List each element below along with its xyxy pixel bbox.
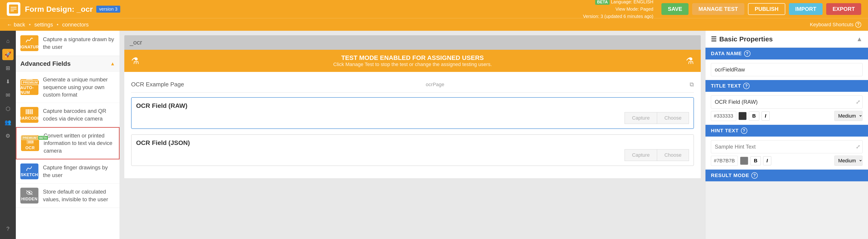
hint-color-value: #7B7B7B	[711, 156, 738, 166]
ocr-field-raw-title: OCR Field (RAW)	[136, 102, 689, 110]
autonum-field-desc: Generate a unique number sequence using …	[43, 76, 115, 98]
properties-panel: ☰ Basic Properties ▲ DATA NAME ? TITLE T…	[705, 31, 868, 239]
app-logo	[7, 2, 20, 16]
fields-panel: SIGNATURE Capture a signature drawn by t…	[16, 31, 120, 239]
autonum-field-item[interactable]: PREMIUM 1↓9 AUTO-NUM Generate a unique n…	[16, 72, 120, 103]
title-text-input[interactable]	[711, 95, 863, 109]
capture-choose-raw: Capture Choose	[136, 112, 689, 124]
hint-italic-btn[interactable]: I	[763, 156, 771, 165]
title-bold-btn[interactable]: B	[749, 112, 759, 121]
beta-badge: BETA	[595, 0, 610, 5]
svg-point-12	[26, 170, 27, 171]
flask-right-icon: ⚗	[686, 56, 694, 66]
hint-text-input-wrapper: ⤢	[711, 140, 863, 153]
top-header: Form Design: _ocr version 3 BETA Languag…	[0, 0, 868, 18]
data-name-input[interactable]	[711, 63, 863, 76]
header-actions: BETA Language: ENGLISH View Mode: Paged …	[583, 0, 861, 20]
main-layout: ⌂ 🚀 ⊞ ⬇ ✉ ⬡ 👥 ⚙ ? SIGNATURE Capture a si…	[0, 31, 868, 239]
data-name-section: DATA NAME ?	[706, 48, 868, 59]
barcode-field-item[interactable]: BARCODE Capture barcodes and QR codes vi…	[16, 103, 120, 127]
svg-rect-9	[32, 109, 33, 114]
sidebar-item-grid[interactable]: ⊞	[2, 62, 13, 74]
test-mode-title: TEST MODE ENABLED FOR ASSIGNED USERS	[139, 54, 686, 61]
sub-header: ← back • settings • connectors Keyboard …	[0, 18, 868, 31]
hint-text-help-icon[interactable]: ?	[741, 127, 747, 134]
save-button[interactable]: SAVE	[661, 3, 688, 15]
ocr-icon-box: PREMIUM BETA OCR OCR	[21, 135, 39, 151]
ocr-field-item[interactable]: PREMIUM BETA OCR OCR Convert written or …	[16, 127, 120, 159]
page-id: ocrPage	[426, 82, 444, 88]
ocr-field-raw-block: OCR Field (RAW) Capture Choose	[131, 97, 694, 129]
title-color-swatch[interactable]	[739, 112, 747, 120]
svg-rect-7	[30, 109, 31, 114]
version-badge: version 3	[96, 6, 120, 13]
props-title: ☰ Basic Properties	[711, 35, 773, 43]
test-mode-subtitle: Click Manage Test to stop the test or ch…	[139, 61, 686, 67]
page-header-row: OCR Example Page ocrPage ⧉	[131, 79, 694, 93]
title-color-value: #333333	[711, 111, 736, 121]
svg-text:OCR: OCR	[28, 141, 34, 143]
sidebar-item-rocket[interactable]: 🚀	[2, 49, 13, 60]
sidebar-item-network[interactable]: ⬡	[2, 103, 13, 114]
svg-rect-4	[27, 109, 27, 114]
hidden-field-desc: Store default or calculated values, invi…	[43, 188, 115, 203]
title-text-toolbar: #333333 B I Medium Small Large	[711, 111, 863, 121]
collapse-panel-icon[interactable]: ▲	[856, 35, 863, 43]
choose-button-json[interactable]: Choose	[657, 149, 689, 161]
signature-icon-box: SIGNATURE	[20, 35, 38, 51]
props-header: ☰ Basic Properties ▲	[706, 31, 868, 48]
form-title: _ocr	[130, 39, 142, 46]
canvas-area: _ocr ⚗ TEST MODE ENABLED FOR ASSIGNED US…	[120, 31, 705, 239]
publish-button[interactable]: PUBLISH	[748, 3, 785, 15]
barcode-field-desc: Capture barcodes and QR codes via device…	[43, 107, 115, 122]
title-italic-btn[interactable]: I	[762, 112, 770, 121]
section-toggle-icon[interactable]: ▲	[110, 61, 115, 67]
title-text-input-wrapper: ⤢	[711, 95, 863, 109]
sidebar-item-help[interactable]: ?	[2, 223, 13, 235]
hint-text-input[interactable]	[711, 140, 863, 153]
keyboard-shortcuts[interactable]: Keyboard Shortcuts ?	[810, 22, 861, 28]
data-name-content	[706, 59, 868, 80]
manage-test-button[interactable]: MANAGE TEST	[692, 3, 744, 15]
result-mode-section: RESULT MODE ?	[706, 170, 868, 181]
capture-button-raw[interactable]: Capture	[625, 112, 657, 124]
advanced-fields-section-header: Advanced Fields ▲	[16, 56, 120, 72]
icon-sidebar: ⌂ 🚀 ⊞ ⬇ ✉ ⬡ 👥 ⚙ ?	[0, 31, 16, 239]
copy-page-icon[interactable]: ⧉	[690, 81, 694, 88]
connectors-link[interactable]: connectors	[62, 22, 89, 28]
choose-button-raw[interactable]: Choose	[657, 112, 689, 124]
sidebar-item-home[interactable]: ⌂	[2, 35, 13, 47]
flask-left-icon: ⚗	[131, 56, 139, 66]
ocr-field-json-title: OCR Field (JSON)	[136, 139, 689, 147]
hint-bold-btn[interactable]: B	[750, 156, 761, 165]
back-link[interactable]: ← back	[7, 22, 25, 28]
sidebar-item-people[interactable]: 👥	[2, 117, 13, 128]
export-button[interactable]: EXPORT	[826, 3, 861, 15]
page-title: Form Design: _ocr	[25, 5, 93, 13]
sidebar-item-send[interactable]: ✉	[2, 90, 13, 101]
sidebar-item-download[interactable]: ⬇	[2, 76, 13, 87]
help-circle-icon: ?	[855, 22, 861, 28]
import-button[interactable]: IMPORT	[789, 3, 823, 15]
signature-field-item[interactable]: SIGNATURE Capture a signature drawn by t…	[16, 31, 120, 56]
sketch-field-desc: Capture finger drawings by the user	[43, 164, 115, 179]
title-size-select[interactable]: Medium Small Large	[834, 111, 863, 121]
sidebar-item-settings[interactable]: ⚙	[2, 130, 13, 142]
settings-link[interactable]: settings	[34, 22, 53, 28]
hint-color-swatch[interactable]	[740, 157, 748, 165]
title-text-help-icon[interactable]: ?	[743, 83, 749, 89]
hint-text-toolbar: #7B7B7B B I Medium Small Large	[711, 155, 863, 166]
result-mode-help-icon[interactable]: ?	[751, 172, 758, 179]
sketch-field-item[interactable]: SKETCH Capture finger drawings by the us…	[16, 159, 120, 184]
title-text-content: ⤢ #333333 B I Medium Small Large	[706, 92, 868, 125]
barcode-icon-box: BARCODE	[20, 107, 38, 123]
test-mode-banner: ⚗ TEST MODE ENABLED FOR ASSIGNED USERS C…	[124, 50, 701, 72]
hint-text-expand-btn[interactable]: ⤢	[856, 144, 860, 150]
capture-button-json[interactable]: Capture	[625, 149, 657, 161]
hint-size-select[interactable]: Medium Small Large	[834, 155, 863, 166]
title-text-expand-btn[interactable]: ⤢	[856, 99, 860, 105]
hidden-field-item[interactable]: HIDDEN Store default or calculated value…	[16, 184, 120, 208]
top-right-info: BETA Language: ENGLISH View Mode: Paged …	[583, 0, 653, 20]
data-name-help-icon[interactable]: ?	[744, 51, 750, 57]
capture-choose-json: Capture Choose	[136, 149, 689, 161]
